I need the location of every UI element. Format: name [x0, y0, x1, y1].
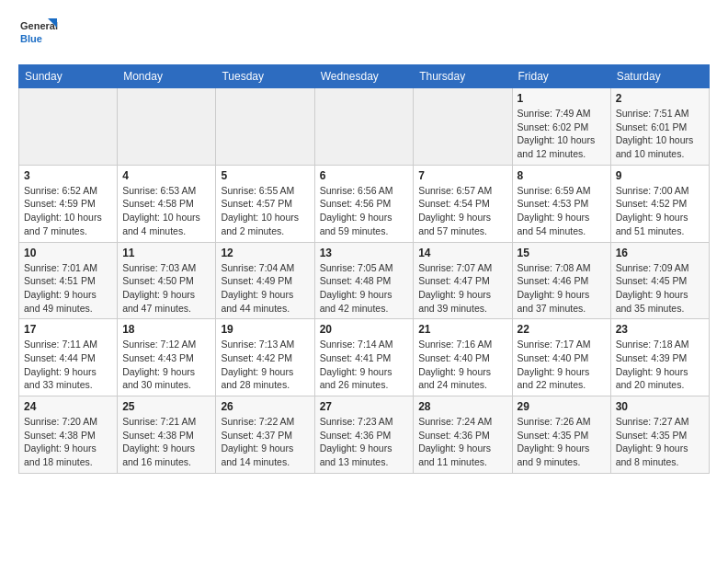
day-cell: 18Sunrise: 7:12 AM Sunset: 4:43 PM Dayli…: [118, 319, 216, 396]
logo-svg: General Blue: [18, 15, 59, 55]
day-info: Sunrise: 7:08 AM Sunset: 4:46 PM Dayligh…: [518, 261, 606, 316]
day-cell: 12Sunrise: 7:04 AM Sunset: 4:49 PM Dayli…: [216, 242, 314, 319]
day-number: 19: [221, 323, 309, 336]
day-info: Sunrise: 6:56 AM Sunset: 4:56 PM Dayligh…: [320, 184, 409, 238]
day-number: 20: [320, 323, 409, 336]
day-info: Sunrise: 7:11 AM Sunset: 4:44 PM Dayligh…: [24, 338, 112, 392]
day-number: 25: [122, 400, 210, 413]
weekday-header-row: SundayMondayTuesdayWednesdayThursdayFrid…: [19, 65, 710, 88]
day-cell: 25Sunrise: 7:21 AM Sunset: 4:38 PM Dayli…: [118, 396, 216, 474]
day-info: Sunrise: 7:20 AM Sunset: 4:38 PM Dayligh…: [24, 415, 112, 469]
day-number: 30: [616, 400, 704, 413]
day-cell: 4Sunrise: 6:53 AM Sunset: 4:58 PM Daylig…: [118, 165, 216, 242]
day-info: Sunrise: 6:59 AM Sunset: 4:53 PM Dayligh…: [518, 184, 606, 238]
day-cell: [19, 88, 118, 166]
weekday-header-wednesday: Wednesday: [314, 65, 414, 88]
day-info: Sunrise: 7:03 AM Sunset: 4:50 PM Dayligh…: [122, 261, 210, 316]
day-number: 4: [122, 169, 210, 182]
day-cell: [314, 88, 414, 166]
day-info: Sunrise: 7:26 AM Sunset: 4:35 PM Dayligh…: [518, 415, 606, 469]
day-info: Sunrise: 7:24 AM Sunset: 4:36 PM Dayligh…: [418, 415, 506, 469]
day-cell: 23Sunrise: 7:18 AM Sunset: 4:39 PM Dayli…: [610, 319, 709, 396]
day-number: 5: [221, 169, 309, 182]
day-info: Sunrise: 7:01 AM Sunset: 4:51 PM Dayligh…: [24, 261, 112, 316]
day-cell: 19Sunrise: 7:13 AM Sunset: 4:42 PM Dayli…: [216, 319, 314, 396]
day-info: Sunrise: 6:55 AM Sunset: 4:57 PM Dayligh…: [221, 184, 309, 238]
day-cell: 5Sunrise: 6:55 AM Sunset: 4:57 PM Daylig…: [216, 165, 314, 242]
day-info: Sunrise: 7:23 AM Sunset: 4:36 PM Dayligh…: [320, 415, 409, 469]
svg-text:Blue: Blue: [20, 33, 42, 44]
weekday-header-thursday: Thursday: [414, 65, 512, 88]
day-cell: 17Sunrise: 7:11 AM Sunset: 4:44 PM Dayli…: [19, 319, 118, 396]
day-cell: 11Sunrise: 7:03 AM Sunset: 4:50 PM Dayli…: [118, 242, 216, 319]
day-info: Sunrise: 7:05 AM Sunset: 4:48 PM Dayligh…: [320, 261, 409, 316]
day-number: 26: [221, 400, 309, 413]
day-number: 18: [122, 323, 210, 336]
day-number: 13: [320, 247, 409, 259]
day-cell: 13Sunrise: 7:05 AM Sunset: 4:48 PM Dayli…: [314, 242, 414, 319]
day-cell: [414, 88, 512, 166]
day-info: Sunrise: 7:51 AM Sunset: 6:01 PM Dayligh…: [616, 107, 704, 161]
day-number: 15: [518, 247, 606, 259]
day-cell: 26Sunrise: 7:22 AM Sunset: 4:37 PM Dayli…: [216, 396, 314, 474]
weekday-header-saturday: Saturday: [610, 65, 709, 88]
day-number: 27: [320, 400, 409, 413]
day-number: 12: [221, 247, 309, 259]
day-info: Sunrise: 7:17 AM Sunset: 4:40 PM Dayligh…: [518, 338, 606, 392]
header: General Blue: [18, 15, 710, 55]
day-info: Sunrise: 7:09 AM Sunset: 4:45 PM Dayligh…: [616, 261, 704, 316]
week-row-5: 24Sunrise: 7:20 AM Sunset: 4:38 PM Dayli…: [19, 396, 710, 474]
day-info: Sunrise: 7:00 AM Sunset: 4:52 PM Dayligh…: [616, 184, 704, 238]
weekday-header-monday: Monday: [118, 65, 216, 88]
day-number: 7: [418, 169, 506, 182]
day-cell: 27Sunrise: 7:23 AM Sunset: 4:36 PM Dayli…: [314, 396, 414, 474]
day-number: 6: [320, 169, 409, 182]
day-number: 21: [418, 323, 506, 336]
calendar: SundayMondayTuesdayWednesdayThursdayFrid…: [18, 64, 710, 474]
day-info: Sunrise: 7:14 AM Sunset: 4:41 PM Dayligh…: [320, 338, 409, 392]
day-info: Sunrise: 7:18 AM Sunset: 4:39 PM Dayligh…: [616, 338, 704, 392]
day-cell: 7Sunrise: 6:57 AM Sunset: 4:54 PM Daylig…: [414, 165, 512, 242]
day-cell: 9Sunrise: 7:00 AM Sunset: 4:52 PM Daylig…: [610, 165, 709, 242]
day-number: 8: [518, 169, 606, 182]
day-info: Sunrise: 7:21 AM Sunset: 4:38 PM Dayligh…: [122, 415, 210, 469]
day-cell: [216, 88, 314, 166]
day-info: Sunrise: 7:04 AM Sunset: 4:49 PM Dayligh…: [221, 261, 309, 316]
day-number: 29: [518, 400, 606, 413]
week-row-2: 3Sunrise: 6:52 AM Sunset: 4:59 PM Daylig…: [19, 165, 710, 242]
day-cell: 2Sunrise: 7:51 AM Sunset: 6:01 PM Daylig…: [610, 88, 709, 166]
day-info: Sunrise: 6:57 AM Sunset: 4:54 PM Dayligh…: [418, 184, 506, 238]
day-number: 28: [418, 400, 506, 413]
day-number: 23: [616, 323, 704, 336]
day-cell: 29Sunrise: 7:26 AM Sunset: 4:35 PM Dayli…: [512, 396, 610, 474]
week-row-1: 1Sunrise: 7:49 AM Sunset: 6:02 PM Daylig…: [19, 88, 710, 166]
day-cell: 24Sunrise: 7:20 AM Sunset: 4:38 PM Dayli…: [19, 396, 118, 474]
day-cell: 8Sunrise: 6:59 AM Sunset: 4:53 PM Daylig…: [512, 165, 610, 242]
logo: General Blue: [18, 15, 59, 55]
day-cell: 1Sunrise: 7:49 AM Sunset: 6:02 PM Daylig…: [512, 88, 610, 166]
day-number: 16: [616, 247, 704, 259]
week-row-3: 10Sunrise: 7:01 AM Sunset: 4:51 PM Dayli…: [19, 242, 710, 319]
day-cell: [118, 88, 216, 166]
week-row-4: 17Sunrise: 7:11 AM Sunset: 4:44 PM Dayli…: [19, 319, 710, 396]
day-cell: 10Sunrise: 7:01 AM Sunset: 4:51 PM Dayli…: [19, 242, 118, 319]
day-info: Sunrise: 7:22 AM Sunset: 4:37 PM Dayligh…: [221, 415, 309, 469]
day-info: Sunrise: 7:12 AM Sunset: 4:43 PM Dayligh…: [122, 338, 210, 392]
weekday-header-friday: Friday: [512, 65, 610, 88]
day-number: 2: [616, 92, 704, 105]
day-cell: 14Sunrise: 7:07 AM Sunset: 4:47 PM Dayli…: [414, 242, 512, 319]
day-number: 14: [418, 247, 506, 259]
day-number: 3: [24, 169, 112, 182]
day-cell: 3Sunrise: 6:52 AM Sunset: 4:59 PM Daylig…: [19, 165, 118, 242]
day-info: Sunrise: 7:13 AM Sunset: 4:42 PM Dayligh…: [221, 338, 309, 392]
day-info: Sunrise: 7:27 AM Sunset: 4:35 PM Dayligh…: [616, 415, 704, 469]
day-cell: 15Sunrise: 7:08 AM Sunset: 4:46 PM Dayli…: [512, 242, 610, 319]
day-cell: 16Sunrise: 7:09 AM Sunset: 4:45 PM Dayli…: [610, 242, 709, 319]
day-number: 17: [24, 323, 112, 336]
day-cell: 21Sunrise: 7:16 AM Sunset: 4:40 PM Dayli…: [414, 319, 512, 396]
day-number: 9: [616, 169, 704, 182]
day-info: Sunrise: 7:49 AM Sunset: 6:02 PM Dayligh…: [518, 107, 606, 161]
day-cell: 22Sunrise: 7:17 AM Sunset: 4:40 PM Dayli…: [512, 319, 610, 396]
day-info: Sunrise: 7:16 AM Sunset: 4:40 PM Dayligh…: [418, 338, 506, 392]
day-number: 24: [24, 400, 112, 413]
